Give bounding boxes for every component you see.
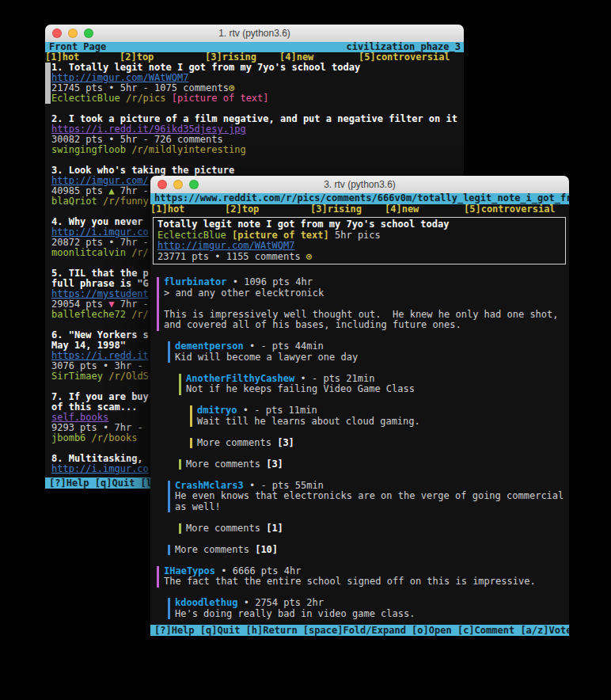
url-bar: https://www.reddit.com/r/pics/comments/6… [150, 193, 569, 204]
post-author[interactable]: jbomb6 [51, 432, 85, 443]
comment-body-line [164, 299, 569, 310]
zoom-button[interactable] [84, 29, 93, 38]
minimize-button[interactable] [68, 29, 78, 38]
post-author[interactable]: ballefleche72 [51, 309, 126, 320]
submission-meta: 5hr pics [329, 230, 381, 241]
titlebar[interactable]: 3. rtv (python3.6) [150, 176, 569, 194]
comment-item: AnotherFilthyCashew • - pts 21minNot if … [179, 374, 569, 395]
post-author[interactable]: blaQriot [51, 196, 97, 207]
comment-author[interactable]: CrashMclars3 [175, 480, 244, 491]
post-author[interactable]: swingingfloob [51, 144, 126, 155]
comment-item: IHaeTypos • 6666 pts 4hrThe fact that th… [157, 566, 569, 588]
post-subreddit[interactable]: /r/pics [120, 93, 166, 104]
comment-author[interactable]: dmitryo [197, 405, 237, 416]
more-comments[interactable]: More comments [3] [190, 438, 569, 449]
more-comments[interactable]: More comments [3] [179, 459, 569, 470]
comment-meta: • 6666 pts 4hr [215, 565, 301, 576]
post-author[interactable]: SirTimaey [51, 371, 103, 382]
submission-byline: EclecticBlue [picture of text] 5hr pics [157, 230, 561, 242]
comment-author[interactable]: AnotherFilthyCashew [186, 373, 294, 384]
submission-box[interactable]: Totally legit note I got from my 7yo's s… [153, 217, 566, 264]
comment-author[interactable]: kdoodlethug [175, 597, 237, 608]
post-link[interactable]: http://i.imgur.co [51, 226, 149, 238]
minimize-button[interactable] [173, 180, 183, 189]
comment-body-line: > and any other elecktronick [164, 288, 569, 299]
submission-stats: 23771 pts • 1155 comments [157, 251, 306, 262]
more-comments-label: More comments [186, 458, 266, 470]
comment-item: flurbinator • 1096 pts 4hr> and any othe… [157, 277, 569, 331]
status-bar: [?]Help [q]Quit [h]Return [space]Fold/Ex… [150, 625, 569, 636]
post-subreddit[interactable]: /r/books [85, 432, 137, 443]
comment-header: CrashMclars3 • - pts 55min [175, 481, 569, 492]
comment-list: flurbinator • 1096 pts 4hr> and any othe… [150, 277, 569, 619]
post-subreddit[interactable]: /r/ [126, 247, 149, 258]
window-title: 1. rtv (python3.6) [218, 28, 290, 39]
tab-2top[interactable]: [2]top [225, 204, 310, 215]
tab-3rising[interactable]: [3]rising [310, 204, 385, 215]
comment-body-line: as well! [175, 502, 569, 513]
titlebar[interactable]: 1. rtv (python3.6) [45, 25, 464, 43]
comment-depth-bar: CrashMclars3 • - pts 55minHe even knows … [168, 481, 569, 513]
comment-body-line: Not if he keeps failing Video Game Class [186, 384, 569, 395]
post-flair: [picture of text] [166, 93, 269, 104]
post-link[interactable]: https://mystudent [51, 288, 149, 299]
submission-author[interactable]: EclecticBlue [157, 230, 226, 241]
close-button[interactable] [52, 29, 62, 38]
comment-author[interactable]: flurbinator [164, 276, 226, 287]
comment-header: IHaeTypos • 6666 pts 4hr [164, 566, 569, 577]
tab-5controversial[interactable]: [5]controversial [464, 204, 543, 215]
post-link[interactable]: http://imgur.com/WAtWQM7 [51, 72, 188, 83]
comment-header: dementperson • - pts 44min [175, 341, 569, 352]
comment-meta: • - pts 44min [244, 340, 324, 352]
submission-link[interactable]: http://imgur.com/WAtWQM7 [157, 240, 294, 251]
submission-title: Totally legit note I got from my 7yo's s… [157, 219, 561, 230]
comment-depth-bar: dementperson • - pts 44minKid will becom… [168, 341, 569, 363]
comment-item: CrashMclars3 • - pts 55minHe even knows … [168, 481, 569, 513]
post-link[interactable]: https://i.redd.it [51, 350, 149, 361]
more-comments-count: [10] [255, 544, 278, 555]
more-comments[interactable]: More comments [10] [168, 545, 569, 556]
post-subreddit[interactable]: /r/OldS [103, 371, 149, 382]
post-link[interactable]: http://imgur.com/ [51, 175, 149, 186]
comment-header: flurbinator • 1096 pts 4hr [164, 277, 569, 288]
post-link[interactable]: self.books [51, 412, 108, 423]
post-byline: swingingfloob /r/mildlyinteresting [51, 145, 464, 155]
post-subreddit[interactable]: /r/mildlyinteresting [126, 144, 246, 155]
more-comments-label: More comments [186, 523, 266, 534]
more-comments[interactable]: More comments [1] [179, 523, 569, 535]
more-comments-count: [3] [277, 437, 294, 448]
window-title: 3. rtv (python3.6) [324, 179, 396, 190]
comment-header: dmitryo • - pts 11min [197, 405, 569, 417]
tab-1hot[interactable]: [1]hot [150, 204, 225, 215]
post-link[interactable]: http://i.imgur.co [51, 463, 149, 474]
comment-body-line: He's doing really bad in video game clas… [175, 609, 569, 620]
post-byline: EclecticBlue /r/pics [picture of text] [51, 93, 464, 104]
comment-meta: • - pts 21min [294, 373, 374, 384]
post-author[interactable]: moonlitcalvin [51, 247, 126, 258]
post-author[interactable]: EclecticBlue [51, 93, 120, 104]
comment-depth-bar: More comments [3] [179, 459, 569, 470]
comment-meta: • - pts 55min [244, 480, 324, 491]
submission-stats-row: 23771 pts • 1155 comments ⊙ [157, 252, 561, 263]
post-link[interactable]: https://i.redd.it/96ikd35djesy.jpg [51, 124, 246, 135]
comment-depth-bar: IHaeTypos • 6666 pts 4hrThe fact that th… [157, 566, 569, 588]
comment-depth-bar: AnotherFilthyCashew • - pts 21minNot if … [179, 374, 569, 395]
window-controls [52, 29, 93, 38]
zoom-button[interactable] [189, 180, 199, 189]
comment-author[interactable]: dementperson [175, 340, 244, 352]
post-subreddit[interactable]: /r/ [126, 309, 149, 320]
comment-depth-bar: flurbinator • 1096 pts 4hr> and any othe… [157, 277, 569, 331]
comment-depth-bar: More comments [10] [168, 545, 569, 556]
post-item: 1. Totally legit note I got from my 7yo'… [51, 63, 464, 104]
comment-depth-bar: kdoodlethug • 2754 pts 2hrHe's doing rea… [168, 598, 569, 619]
more-comments-label: More comments [175, 544, 255, 555]
tab-5controversial[interactable]: [5]controversial [359, 52, 438, 63]
close-button[interactable] [157, 180, 167, 189]
tab-4new[interactable]: [4]new [385, 204, 464, 215]
submission-flair: [picture of text] [232, 230, 329, 241]
comment-depth-bar: dmitryo • - pts 11minWait till he learns… [190, 405, 569, 427]
post-subreddit[interactable]: /r/funny [97, 196, 149, 207]
comment-author[interactable]: IHaeTypos [164, 565, 215, 576]
window-comments: 3. rtv (python3.6) https://www.reddit.co… [150, 176, 569, 636]
comment-item: dmitryo • - pts 11minWait till he learns… [190, 405, 569, 427]
